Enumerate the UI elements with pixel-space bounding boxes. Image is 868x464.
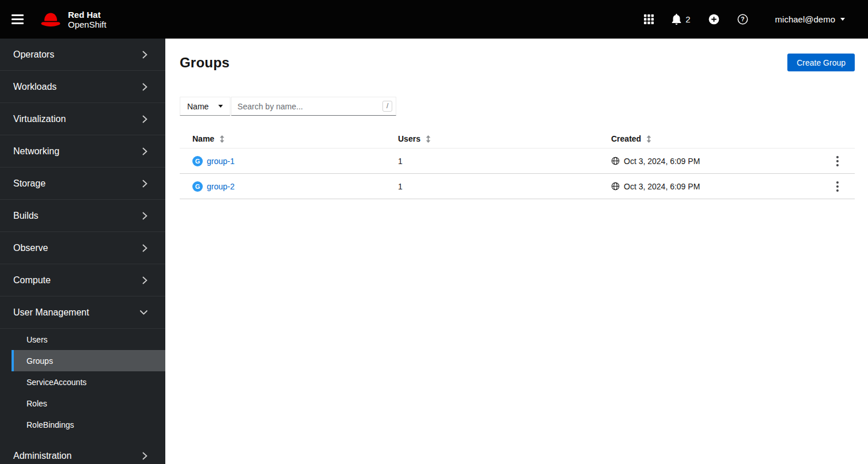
brand-line1: Red Hat xyxy=(68,10,107,20)
caret-down-icon xyxy=(840,18,845,21)
chevron-right-icon xyxy=(142,276,148,285)
chevron-right-icon xyxy=(142,211,148,220)
sidebar-item-storage[interactable]: Storage xyxy=(0,168,165,200)
page-header: Groups Create Group xyxy=(165,39,868,71)
plus-circle-icon xyxy=(708,14,719,25)
group-created-cell: Oct 3, 2024, 6:09 PM xyxy=(611,182,820,191)
sort-icon xyxy=(646,135,651,143)
main-content: Groups Create Group Name / Name Users Cr… xyxy=(165,39,868,464)
group-users-count: 1 xyxy=(398,157,611,166)
group-name-cell: G group-2 xyxy=(192,181,398,192)
table-row: G group-1 1 Oct 3, 2024, 6:09 PM xyxy=(180,149,855,174)
column-header-created[interactable]: Created xyxy=(611,134,820,143)
chevron-right-icon xyxy=(142,50,148,59)
chevron-right-icon xyxy=(142,147,148,156)
sidebar-item-compute[interactable]: Compute xyxy=(0,264,165,296)
notifications-button[interactable]: 2 xyxy=(672,14,690,25)
user-management-subnav: Users Groups ServiceAccounts Roles RoleB… xyxy=(12,329,165,440)
nav-toggle-button[interactable] xyxy=(12,14,24,24)
masthead-toolbar: 2 ? michael@demo xyxy=(644,14,845,25)
sidebar-item-workloads[interactable]: Workloads xyxy=(0,71,165,103)
sidebar-item-virtualization[interactable]: Virtualization xyxy=(0,103,165,135)
chevron-right-icon xyxy=(142,451,148,461)
kebab-menu-button[interactable] xyxy=(833,153,842,169)
sort-icon xyxy=(219,135,225,143)
search-input[interactable] xyxy=(231,97,396,116)
sidebar-item-operators[interactable]: Operators xyxy=(0,39,165,71)
group-resource-icon: G xyxy=(192,181,203,192)
sidebar-item-user-management[interactable]: User Management xyxy=(0,296,165,329)
page-title: Groups xyxy=(180,54,230,71)
sidebar-nav: Operators Workloads Virtualization Netwo… xyxy=(0,39,165,464)
globe-icon xyxy=(611,182,620,191)
sidebar-item-observe[interactable]: Observe xyxy=(0,232,165,264)
sort-icon xyxy=(426,135,431,143)
group-name-cell: G group-1 xyxy=(192,156,398,166)
filter-type-dropdown[interactable]: Name xyxy=(180,97,230,116)
created-timestamp: Oct 3, 2024, 6:09 PM xyxy=(624,182,700,191)
caret-down-icon xyxy=(218,105,223,108)
help-button[interactable]: ? xyxy=(737,14,748,25)
chevron-right-icon xyxy=(142,179,148,188)
group-link[interactable]: group-1 xyxy=(207,157,234,166)
redhat-logo-icon xyxy=(39,10,63,28)
brand-line2: OpenShift xyxy=(68,20,107,29)
group-resource-icon: G xyxy=(192,156,203,166)
sidebar-subitem-roles[interactable]: Roles xyxy=(12,393,165,414)
brand-logo[interactable]: Red Hat OpenShift xyxy=(39,10,107,29)
chevron-right-icon xyxy=(142,82,148,92)
sidebar-item-networking[interactable]: Networking xyxy=(0,135,165,168)
filter-toolbar: Name / xyxy=(180,97,868,116)
sidebar-subitem-users[interactable]: Users xyxy=(12,329,165,350)
search-box: / xyxy=(231,97,396,116)
masthead: Red Hat OpenShift 2 xyxy=(0,0,868,39)
sidebar-subitem-rolebindings[interactable]: RoleBindings xyxy=(12,414,165,435)
chevron-right-icon xyxy=(142,115,148,124)
username-label: michael@demo xyxy=(775,14,835,24)
user-menu[interactable]: michael@demo xyxy=(775,14,845,24)
svg-text:?: ? xyxy=(741,16,744,22)
groups-table: Name Users Created G group-1 1 Oct 3, 20… xyxy=(180,130,855,199)
search-shortcut-hint: / xyxy=(382,101,392,112)
created-timestamp: Oct 3, 2024, 6:09 PM xyxy=(624,157,700,166)
question-circle-icon: ? xyxy=(737,14,748,25)
chevron-down-icon xyxy=(139,310,148,315)
sidebar-subitem-serviceaccounts[interactable]: ServiceAccounts xyxy=(12,371,165,393)
chevron-right-icon xyxy=(142,244,148,253)
globe-icon xyxy=(611,157,620,165)
kebab-menu-button[interactable] xyxy=(833,178,842,195)
apps-grid-icon xyxy=(644,14,654,24)
sidebar-item-builds[interactable]: Builds xyxy=(0,200,165,232)
notification-count: 2 xyxy=(685,14,690,24)
column-header-name[interactable]: Name xyxy=(192,134,398,143)
column-header-users[interactable]: Users xyxy=(398,134,611,143)
filter-type-selected: Name xyxy=(187,102,209,111)
quick-create-button[interactable] xyxy=(708,14,719,25)
sidebar-subitem-groups[interactable]: Groups xyxy=(12,350,165,371)
table-row: G group-2 1 Oct 3, 2024, 6:09 PM xyxy=(180,174,855,199)
table-header-row: Name Users Created xyxy=(180,130,855,149)
bell-icon xyxy=(672,14,681,25)
group-created-cell: Oct 3, 2024, 6:09 PM xyxy=(611,157,820,166)
sidebar-item-administration[interactable]: Administration xyxy=(0,440,165,464)
app-launcher-button[interactable] xyxy=(644,14,654,24)
group-users-count: 1 xyxy=(398,182,611,191)
group-link[interactable]: group-2 xyxy=(207,182,234,191)
create-group-button[interactable]: Create Group xyxy=(787,54,855,71)
hamburger-icon xyxy=(12,14,24,16)
